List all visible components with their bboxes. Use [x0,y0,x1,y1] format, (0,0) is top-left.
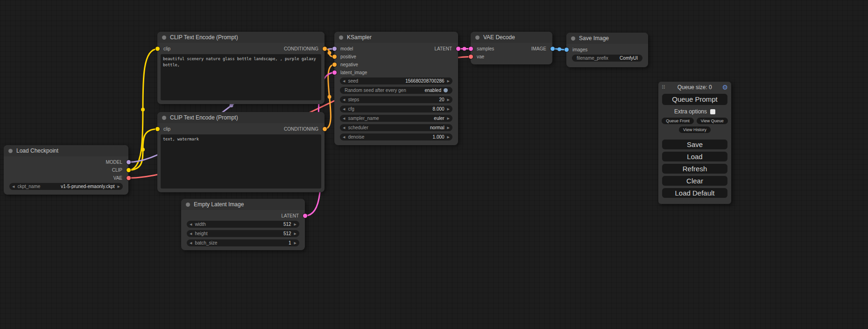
input-port-clip[interactable] [155,47,160,51]
decrement-arrow-icon[interactable]: ◀ [343,105,345,112]
output-port-clip[interactable] [127,168,131,172]
wire-midpoint-dot[interactable] [557,48,561,51]
increment-arrow-icon[interactable]: ▶ [447,96,450,103]
node-title: CLIP Text Encode (Prompt) [170,114,238,121]
widget-steps[interactable]: ◀ steps 20 ▶ [340,96,452,103]
decrement-arrow-icon[interactable]: ◀ [343,77,345,84]
node-title-bar[interactable]: VAE Decode [471,32,552,43]
widget-width[interactable]: ◀ width 512 ▶ [187,221,299,228]
node-collapse-dot[interactable] [162,116,166,120]
input-port-samples[interactable] [469,47,473,51]
node-collapse-dot[interactable] [162,35,166,40]
prev-value-arrow-icon[interactable]: ◀ [343,115,345,122]
refresh-button[interactable]: Refresh [662,164,727,174]
input-port-positive[interactable] [332,55,337,59]
port-row: model LATENT [334,45,458,53]
view-queue-button[interactable]: View Queue [697,118,728,124]
load-default-button[interactable]: Load Default [662,188,727,198]
prompt-textarea[interactable]: text, watermark [161,134,321,189]
node-clip-text-encode-positive[interactable]: CLIP Text Encode (Prompt) clip CONDITION… [157,32,325,104]
comfyui-canvas[interactable]: { "icons": { "arrow_left": "◀", "arrow_r… [0,0,868,329]
output-port-latent[interactable] [456,47,460,51]
decrement-arrow-icon[interactable]: ◀ [343,96,345,103]
input-label-clip: clip [163,126,170,132]
node-ksampler[interactable]: KSampler model LATENT positive negative … [334,32,458,145]
node-title-bar[interactable]: KSampler [334,32,458,43]
output-port-model[interactable] [127,160,131,164]
prev-value-arrow-icon[interactable]: ◀ [343,124,345,131]
decrement-arrow-icon[interactable]: ◀ [190,221,192,228]
input-port-vae[interactable] [469,55,473,59]
increment-arrow-icon[interactable]: ▶ [294,221,296,228]
wire-midpoint-dot[interactable] [141,148,145,152]
next-value-arrow-icon[interactable]: ▶ [447,115,450,122]
input-port-clip[interactable] [155,127,160,131]
increment-arrow-icon[interactable]: ▶ [447,77,450,84]
increment-arrow-icon[interactable]: ▶ [447,105,450,112]
prompt-textarea[interactable]: beautiful scenery nature glass bottle la… [161,54,321,100]
node-load-checkpoint[interactable]: Load Checkpoint MODEL CLIP VAE ◀ ckpt_na… [4,145,128,195]
node-empty-latent-image[interactable]: Empty Latent Image LATENT ◀ width 512 ▶ … [181,199,305,250]
output-port-conditioning[interactable] [323,47,327,51]
node-collapse-dot[interactable] [475,35,480,40]
wire-midpoint-dot[interactable] [463,47,466,51]
node-collapse-dot[interactable] [8,149,13,153]
output-label-latent: LATENT [281,213,299,218]
input-port-latent-image[interactable] [332,70,337,75]
node-title-bar[interactable]: CLIP Text Encode (Prompt) [157,32,325,43]
widget-height[interactable]: ◀ height 512 ▶ [187,230,299,237]
decrement-arrow-icon[interactable]: ◀ [190,230,192,237]
output-port-vae[interactable] [127,176,131,180]
node-collapse-dot[interactable] [186,203,190,207]
increment-arrow-icon[interactable]: ▶ [294,239,296,246]
widget-random-seed-toggle[interactable]: Random seed after every gen enabled [340,87,452,94]
node-title-bar[interactable]: Empty Latent Image [181,199,305,210]
decrement-arrow-icon[interactable]: ◀ [343,133,345,140]
widget-scheduler[interactable]: ◀ scheduler normal ▶ [340,124,452,131]
input-port-images[interactable] [565,48,569,52]
output-port-image[interactable] [550,47,555,51]
widget-seed[interactable]: ◀ seed 156680208700286 ▶ [340,77,452,84]
output-label-latent: LATENT [434,46,452,51]
save-button[interactable]: Save [662,140,727,149]
wire-midpoint-dot[interactable] [230,104,233,107]
clear-button[interactable]: Clear [662,176,727,186]
queue-front-button[interactable]: Queue Front [662,118,694,124]
drag-handle-icon[interactable]: ⠿ [662,84,665,91]
node-title-bar[interactable]: Load Checkpoint [4,145,128,156]
widget-batch-size[interactable]: ◀ batch_size 1 ▶ [187,239,299,246]
load-button[interactable]: Load [662,152,727,161]
view-history-button[interactable]: View History [679,126,711,133]
widget-filename-prefix[interactable]: filename_prefix ComfyUI [572,55,642,62]
node-title-bar[interactable]: CLIP Text Encode (Prompt) [157,112,325,123]
widget-value: v1-5-pruned-emaonly.ckpt [61,184,114,189]
node-vae-decode[interactable]: VAE Decode samples IMAGE vae [471,32,552,64]
toggle-dot-icon[interactable] [444,88,448,92]
output-port-latent[interactable] [303,214,307,218]
node-save-image[interactable]: Save Image images filename_prefix ComfyU… [566,33,648,67]
widget-denoise[interactable]: ◀ denoise 1.000 ▶ [340,133,452,140]
extra-options-checkbox[interactable] [710,109,715,114]
widget-cfg[interactable]: ◀ cfg 8.000 ▶ [340,105,452,112]
wire-midpoint-dot[interactable] [141,108,145,112]
increment-arrow-icon[interactable]: ▶ [294,230,296,237]
node-collapse-dot[interactable] [339,35,343,40]
widget-sampler-name[interactable]: ◀ sampler_name euler ▶ [340,115,452,122]
widget-ckpt-name[interactable]: ◀ ckpt_name v1-5-pruned-emaonly.ckpt ▶ [9,183,123,190]
increment-arrow-icon[interactable]: ▶ [447,133,450,140]
widget-name: sampler_name [348,116,431,121]
node-clip-text-encode-negative[interactable]: CLIP Text Encode (Prompt) clip CONDITION… [157,112,325,192]
output-port-conditioning[interactable] [323,127,327,131]
node-title-bar[interactable]: Save Image [566,33,648,44]
decrement-arrow-icon[interactable]: ◀ [190,239,192,246]
queue-prompt-button[interactable]: Queue Prompt [662,94,727,105]
prev-value-arrow-icon[interactable]: ◀ [12,183,14,190]
input-port-negative[interactable] [332,63,337,67]
wire-midpoint-dot[interactable] [328,51,332,55]
wire-midpoint-dot[interactable] [328,95,332,99]
input-port-model[interactable] [332,47,337,51]
next-value-arrow-icon[interactable]: ▶ [118,183,120,190]
node-collapse-dot[interactable] [571,36,575,41]
next-value-arrow-icon[interactable]: ▶ [447,124,450,131]
settings-gear-icon[interactable]: ⚙ [722,84,728,91]
